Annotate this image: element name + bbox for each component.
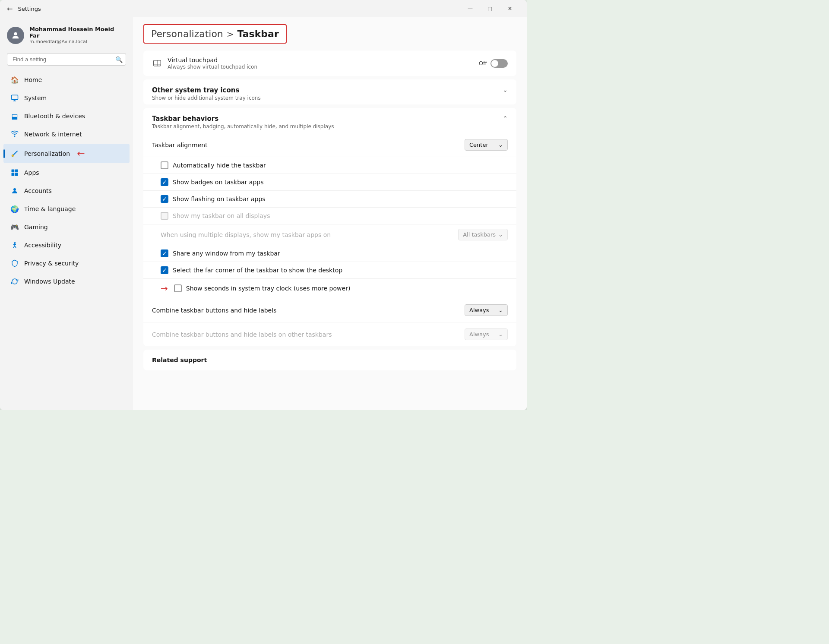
titlebar-controls: — □ ✕ bbox=[460, 2, 520, 16]
alignment-label: Taskbar alignment bbox=[152, 142, 208, 148]
sidebar-item-home[interactable]: 🏠 Home bbox=[3, 71, 130, 88]
sidebar-item-apps[interactable]: Apps bbox=[3, 164, 130, 181]
sidebar-label-privacy: Privacy & security bbox=[24, 260, 79, 267]
titlebar: ← Settings — □ ✕ bbox=[0, 0, 527, 17]
sidebar-item-accounts[interactable]: Accounts bbox=[3, 182, 130, 199]
breadcrumb-parent: Personalization bbox=[151, 28, 223, 39]
sidebar-label-bluetooth: Bluetooth & devices bbox=[24, 113, 85, 120]
auto-hide-checkbox[interactable] bbox=[161, 161, 168, 169]
sidebar-label-accounts: Accounts bbox=[24, 187, 52, 194]
privacy-icon bbox=[10, 259, 19, 268]
combine-other-value: Always bbox=[469, 331, 489, 338]
auto-hide-item: Automatically hide the taskbar bbox=[143, 157, 516, 174]
touchpad-title: Virtual touchpad bbox=[168, 57, 257, 63]
far-corner-item: ✓ Select the far corner of the taskbar t… bbox=[143, 262, 516, 279]
apps-icon bbox=[10, 168, 19, 177]
sidebar: Mohammad Hossein Moeid Far m.moeidfar@Av… bbox=[0, 17, 133, 410]
alignment-dropdown[interactable]: Center ⌄ bbox=[465, 139, 508, 151]
taskbar-behaviors-chevron[interactable]: ⌃ bbox=[503, 115, 508, 122]
alignment-chevron-icon: ⌄ bbox=[498, 142, 503, 148]
combine-buttons-dropdown[interactable]: Always ⌄ bbox=[465, 304, 508, 316]
sidebar-item-accessibility[interactable]: Accessibility bbox=[3, 237, 130, 254]
gaming-icon: 🎮 bbox=[10, 223, 19, 231]
minimize-button[interactable]: — bbox=[460, 2, 480, 16]
user-profile: Mohammad Hossein Moeid Far m.moeidfar@Av… bbox=[0, 21, 133, 51]
far-corner-checkbox[interactable]: ✓ bbox=[161, 266, 168, 274]
svg-rect-7 bbox=[12, 170, 15, 173]
combine-buttons-label: Combine taskbar buttons and hide labels bbox=[152, 307, 276, 314]
sidebar-item-personalization[interactable]: Personalization ← bbox=[3, 144, 130, 163]
taskbar-behaviors-header[interactable]: Taskbar behaviors Taskbar alignment, bad… bbox=[143, 108, 516, 133]
personalization-icon bbox=[10, 149, 19, 158]
content-area: Personalization > Taskbar Virtual t bbox=[133, 17, 527, 410]
sidebar-item-gaming[interactable]: 🎮 Gaming bbox=[3, 218, 130, 236]
user-info: Mohammad Hossein Moeid Far m.moeidfar@Av… bbox=[29, 26, 126, 44]
show-flashing-label: Show flashing on taskbar apps bbox=[173, 196, 266, 202]
svg-rect-10 bbox=[15, 173, 18, 176]
taskbar-alignment-item: Taskbar alignment Center ⌄ bbox=[143, 133, 516, 157]
show-badges-label: Show badges on taskbar apps bbox=[173, 179, 264, 186]
virtual-touchpad-left: Virtual touchpad Always show virtual tou… bbox=[152, 57, 257, 70]
show-seconds-checkbox[interactable] bbox=[174, 284, 182, 292]
show-flashing-checkbox[interactable]: ✓ bbox=[161, 195, 168, 203]
system-tray-chevron[interactable]: ⌄ bbox=[503, 86, 508, 93]
sidebar-item-bluetooth[interactable]: ⬓ Bluetooth & devices bbox=[3, 107, 130, 125]
system-tray-subtitle: Show or hide additional system tray icon… bbox=[152, 95, 261, 101]
svg-rect-8 bbox=[15, 170, 18, 173]
combine-other-label: Combine taskbar buttons and hide labels … bbox=[152, 331, 332, 338]
window-title: Settings bbox=[18, 6, 41, 12]
main-layout: Mohammad Hossein Moeid Far m.moeidfar@Av… bbox=[0, 17, 527, 410]
far-corner-label: Select the far corner of the taskbar to … bbox=[173, 267, 342, 274]
alignment-value: Center bbox=[469, 142, 488, 148]
multiple-displays-label: When using multiple displays, show my ta… bbox=[161, 231, 331, 238]
sidebar-label-network: Network & internet bbox=[24, 131, 82, 138]
show-badges-item: ✓ Show badges on taskbar apps bbox=[143, 174, 516, 191]
multiple-displays-chevron: ⌄ bbox=[498, 231, 503, 238]
touchpad-text: Virtual touchpad Always show virtual tou… bbox=[168, 57, 257, 70]
combine-other-dropdown[interactable]: Always ⌄ bbox=[465, 328, 508, 340]
back-icon[interactable]: ← bbox=[7, 5, 13, 13]
show-seconds-arrow: → bbox=[161, 283, 168, 294]
user-email: m.moeidfar@Avina.local bbox=[29, 39, 126, 44]
settings-content: Virtual touchpad Always show virtual tou… bbox=[133, 51, 527, 384]
sidebar-label-update: Windows Update bbox=[24, 278, 75, 285]
avatar bbox=[7, 27, 24, 44]
system-tray-title: Other system tray icons bbox=[152, 86, 261, 94]
multiple-displays-dropdown[interactable]: All taskbars ⌄ bbox=[458, 229, 508, 240]
accounts-icon bbox=[10, 186, 19, 195]
sidebar-item-privacy[interactable]: Privacy & security bbox=[3, 255, 130, 272]
sidebar-item-network[interactable]: Network & internet bbox=[3, 126, 130, 143]
home-icon: 🏠 bbox=[10, 76, 19, 84]
breadcrumb-separator: > bbox=[227, 29, 234, 39]
svg-line-16 bbox=[15, 246, 16, 248]
show-all-displays-item: Show my taskbar on all displays bbox=[143, 208, 516, 224]
multiple-displays-item: When using multiple displays, show my ta… bbox=[143, 224, 516, 245]
close-button[interactable]: ✕ bbox=[500, 2, 520, 16]
update-icon bbox=[10, 277, 19, 286]
share-window-checkbox[interactable]: ✓ bbox=[161, 249, 168, 257]
touchpad-subtitle: Always show virtual touchpad icon bbox=[168, 64, 257, 70]
sidebar-item-time[interactable]: 🌍 Time & language bbox=[3, 200, 130, 218]
search-input[interactable] bbox=[7, 53, 126, 66]
touchpad-toggle[interactable] bbox=[490, 59, 508, 68]
sidebar-label-time: Time & language bbox=[24, 205, 76, 212]
combine-buttons-item: Combine taskbar buttons and hide labels … bbox=[143, 298, 516, 322]
time-icon: 🌍 bbox=[10, 205, 19, 213]
show-seconds-label: Show seconds in system tray clock (uses … bbox=[186, 285, 351, 292]
taskbar-behaviors-subtitle: Taskbar alignment, badging, automaticall… bbox=[152, 123, 334, 129]
user-name: Mohammad Hossein Moeid Far bbox=[29, 26, 126, 39]
sidebar-label-accessibility: Accessibility bbox=[24, 242, 61, 249]
share-window-item: ✓ Share any window from my taskbar bbox=[143, 245, 516, 262]
combine-other-chevron: ⌄ bbox=[498, 331, 503, 338]
show-badges-checkbox[interactable]: ✓ bbox=[161, 178, 168, 186]
sidebar-label-system: System bbox=[24, 95, 47, 101]
show-all-displays-checkbox[interactable] bbox=[161, 212, 168, 220]
maximize-button[interactable]: □ bbox=[480, 2, 500, 16]
taskbar-behaviors-title: Taskbar behaviors bbox=[152, 115, 334, 123]
system-tray-header[interactable]: Other system tray icons Show or hide add… bbox=[143, 79, 516, 104]
sidebar-item-update[interactable]: Windows Update bbox=[3, 273, 130, 290]
touchpad-toggle-group: Off bbox=[479, 59, 508, 68]
virtual-touchpad-section: Virtual touchpad Always show virtual tou… bbox=[143, 51, 516, 76]
sidebar-item-system[interactable]: System bbox=[3, 89, 130, 107]
system-icon bbox=[10, 94, 19, 102]
